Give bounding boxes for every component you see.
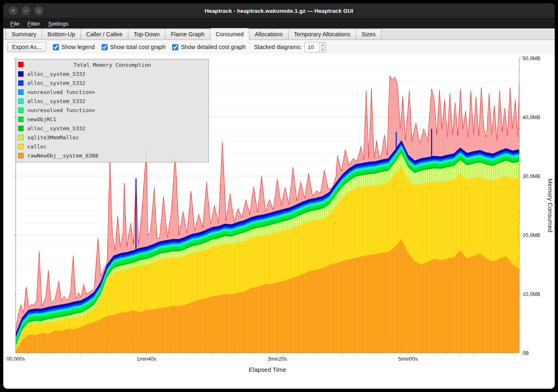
svg-text:00.000s: 00.000s [7, 356, 25, 362]
svg-text:40,0MB: 40,0MB [523, 115, 540, 120]
menubar: File Filter Settings [3, 19, 555, 28]
legend-label: rawNewObj__system_6388 [27, 153, 98, 159]
show-total-cost-checkbox-input[interactable] [102, 44, 108, 50]
titlebar: × − □ Heaptrack - heaptrack.wakunode.1.g… [3, 3, 555, 19]
legend-item: alloc__system_5332 [16, 69, 208, 78]
legend-item: newObjRC1 [16, 115, 208, 124]
minimize-icon[interactable]: − [21, 6, 31, 15]
svg-text:3min20s: 3min20s [267, 356, 287, 362]
legend-label: newObjRC1 [27, 116, 56, 122]
legend-label: <unresolved function> [27, 107, 95, 113]
svg-text:20,0MB: 20,0MB [523, 232, 540, 238]
consumed-chart-area: 0B10,0MB20,0MB30,0MB40,0MB50,0MB00.000s1… [3, 54, 555, 389]
legend-label: sqlite3MemMalloc [27, 134, 79, 141]
legend-title: Total Memory Consumption [16, 60, 208, 69]
tab-bottom-up[interactable]: Bottom-Up [42, 29, 81, 40]
legend-item: alloc__system_5332 [16, 96, 208, 106]
stacked-diagrams-spinbox[interactable]: ▲ ▼ [305, 42, 326, 52]
stacked-diagrams-input[interactable] [305, 42, 319, 52]
legend-title-text: Total Memory Consumption [73, 62, 151, 68]
tab-summary[interactable]: Summary [6, 29, 42, 40]
menu-settings[interactable]: Settings [45, 19, 72, 28]
screen-background: × − □ Heaptrack - heaptrack.wakunode.1.g… [0, 0, 558, 392]
tab-top-down[interactable]: Top-Down [128, 29, 166, 40]
maximize-icon[interactable]: □ [34, 6, 43, 15]
menu-filter[interactable]: Filter [24, 19, 44, 28]
legend-title-swatch [18, 62, 24, 67]
tabbar: SummaryBottom-UpCaller / CalleeTop-DownF… [3, 28, 555, 40]
legend-item: alloc__system_5332 [16, 124, 208, 133]
menu-file[interactable]: File [7, 19, 23, 28]
legend-item: <unresolved function> [16, 106, 208, 115]
legend-entries: alloc__system_5332alloc__system_5332<unr… [16, 69, 208, 160]
legend-swatch [18, 108, 24, 113]
toolbar: Export As... Show legend Show total cost… [3, 40, 555, 54]
svg-text:30,0MB: 30,0MB [523, 174, 540, 179]
svg-text:50,0MB: 50,0MB [523, 56, 540, 61]
legend-item: <unresolved function> [16, 87, 208, 96]
legend-label: alloc__system_5332 [27, 71, 85, 77]
legend-swatch [18, 99, 24, 104]
tab-temporary-allocations[interactable]: Temporary Allocations [288, 29, 356, 40]
stacked-diagrams-control: Stacked diagrams: ▲ ▼ [254, 42, 326, 52]
legend-swatch [18, 71, 24, 77]
legend-swatch [18, 153, 24, 158]
export-as-button[interactable]: Export As... [7, 42, 46, 52]
checkbox-label: Show total cost graph [110, 44, 166, 50]
legend-label: calloc [27, 143, 47, 150]
close-icon[interactable]: × [9, 6, 18, 15]
legend-swatch [18, 144, 24, 149]
svg-text:10,0MB: 10,0MB [523, 291, 540, 297]
stacked-diagrams-label: Stacked diagrams: [254, 44, 302, 50]
show-detailed-cost-checkbox-input[interactable] [172, 44, 178, 50]
show-legend-checkbox-input[interactable] [53, 44, 59, 50]
svg-text:1min40s: 1min40s [137, 356, 156, 362]
legend-swatch [18, 89, 24, 95]
checkbox-label: Show detailed cost graph [181, 44, 246, 50]
legend-label: <unresolved function> [27, 89, 95, 95]
window-controls: × − □ [9, 3, 43, 18]
legend-swatch [18, 135, 24, 140]
legend-item: sqlite3MemMalloc [16, 133, 208, 142]
svg-text:Memory Consumed: Memory Consumed [547, 178, 554, 232]
tab-flame-graph[interactable]: Flame Graph [165, 29, 210, 40]
legend-item: alloc__system_5332 [16, 78, 208, 87]
legend-item: rawNewObj__system_6388 [16, 151, 208, 160]
show-total-cost-checkbox[interactable]: Show total cost graph [102, 44, 166, 50]
spinbox-arrows: ▲ ▼ [319, 42, 326, 52]
tab-sizes[interactable]: Sizes [356, 29, 381, 40]
tab-consumed[interactable]: Consumed [210, 28, 250, 40]
legend-swatch [18, 80, 24, 86]
spin-up-icon[interactable]: ▲ [319, 42, 326, 47]
legend-label: alloc__system_5332 [27, 80, 85, 86]
checkbox-label: Show legend [61, 44, 95, 50]
legend-item: calloc [16, 142, 208, 151]
spin-down-icon[interactable]: ▼ [319, 47, 326, 52]
svg-text:0B: 0B [523, 350, 529, 356]
show-legend-checkbox[interactable]: Show legend [53, 44, 95, 50]
app-window: × − □ Heaptrack - heaptrack.wakunode.1.g… [3, 3, 555, 389]
legend-swatch [18, 126, 24, 131]
show-detailed-cost-checkbox[interactable]: Show detailed cost graph [172, 44, 246, 50]
chart-legend: Total Memory Consumption alloc__system_5… [16, 59, 209, 162]
window-title: Heaptrack - heaptrack.wakunode.1.gz — He… [3, 8, 555, 14]
tab-allocations[interactable]: Allocations [249, 29, 288, 40]
legend-label: alloc__system_5332 [27, 98, 85, 104]
svg-text:Elapsed Time: Elapsed Time [249, 366, 286, 373]
tab-caller-callee[interactable]: Caller / Callee [80, 29, 128, 40]
svg-text:5min00s: 5min00s [398, 356, 418, 362]
legend-label: alloc__system_5332 [27, 125, 85, 131]
legend-swatch [18, 117, 24, 122]
